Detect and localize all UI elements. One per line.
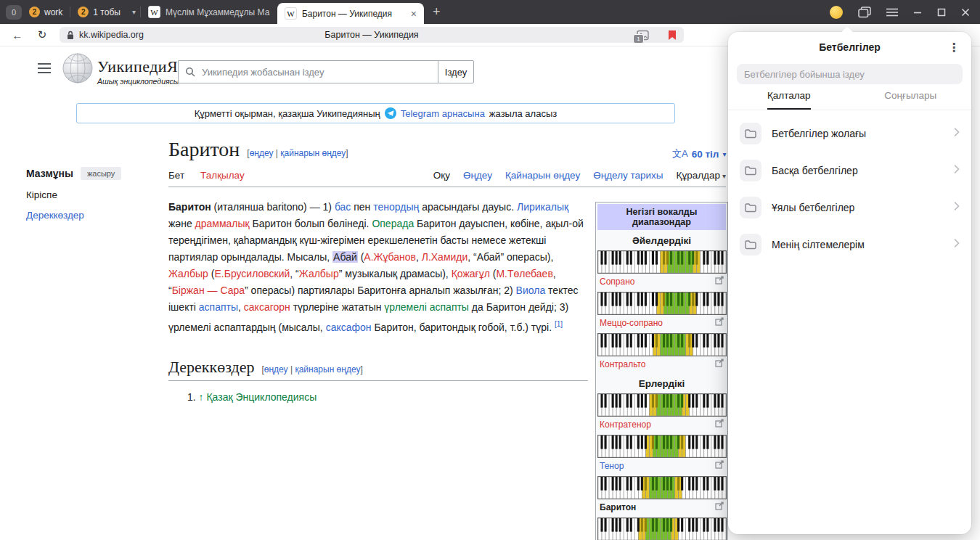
telegram-channel-link[interactable]: Telegram арнасына [401, 108, 485, 119]
tab-group-caret-icon[interactable]: ▾ [128, 8, 140, 16]
tab-edit[interactable]: Өңдеу [463, 170, 492, 181]
article-title: Баритон [168, 138, 240, 161]
expand-icon[interactable] [715, 317, 724, 328]
vocal-range-image[interactable] [597, 250, 727, 274]
text-link[interactable]: қайнарын өңдеу [280, 148, 346, 158]
bookmark-flag-icon[interactable] [668, 30, 677, 41]
text-link[interactable]: тенордың [373, 201, 419, 213]
vocal-range-image[interactable] [597, 518, 727, 540]
text-link[interactable]: Лирикалық [517, 201, 568, 213]
browser-tab-active[interactable]: W Баритон — Уикипедия × [277, 3, 424, 24]
chevron-down-icon: ▾ [722, 172, 726, 180]
toc-item-intro[interactable]: Кіріспе [26, 189, 158, 200]
bookmark-folder-item[interactable]: Ұялы бетбелгілер [728, 189, 971, 226]
text-link[interactable]: өңдеу [264, 364, 288, 375]
bookmarks-tabs: Қалталар Соңғылары [728, 90, 971, 110]
text-link[interactable]: Жалбыр [299, 268, 339, 279]
new-tab-button[interactable]: + [433, 4, 441, 20]
tab-group-work[interactable]: 2 work [22, 0, 70, 24]
vocal-range-image[interactable] [597, 292, 727, 315]
reference-backlink[interactable]: ↑ [199, 391, 204, 403]
expand-icon[interactable] [715, 359, 724, 369]
toc-title: Мазмұны [26, 168, 73, 179]
back-button[interactable]: ← [10, 29, 25, 41]
text-link[interactable]: А.Жұбанов [364, 251, 416, 263]
wiki-search-button[interactable]: Іздеу [438, 60, 474, 83]
reference-item: 1. ↑ Қазақ Энциклопедиясы [187, 391, 588, 403]
sitenotice-banner: Құрметті оқырман, қазақша Уикипедияның T… [76, 103, 675, 123]
text-link[interactable]: Л.Хамиди [422, 251, 468, 263]
tab-close-icon[interactable]: × [411, 8, 417, 20]
tab-read[interactable]: Оқу [433, 170, 450, 181]
text-link[interactable]: бас [335, 201, 351, 213]
text-link[interactable]: Е.Брусиловский [214, 268, 290, 279]
tab-group-label: 1 тобы [93, 7, 121, 17]
tab-history[interactable]: Өңделу тарихы [593, 170, 663, 181]
tab-recent[interactable]: Соңғылары [850, 90, 972, 110]
vocal-range-image[interactable] [597, 476, 727, 499]
toc-item-references[interactable]: Дереккөздер [26, 210, 158, 221]
window-close-button[interactable] [961, 8, 970, 17]
url-field[interactable]: kk.wikipedia.org Баритон — Уикипедия 1 [60, 27, 684, 43]
bookmarks-search-input[interactable] [737, 64, 963, 84]
expand-icon[interactable] [715, 276, 724, 287]
tab-article[interactable]: Бет [168, 170, 184, 181]
vocal-range-link[interactable]: Сопрано [600, 277, 635, 287]
window-minimize-button[interactable] [913, 8, 922, 17]
edit-links: [өңдеу | қайнарын өңдеу] [247, 148, 348, 158]
wikipedia-logo[interactable] [62, 53, 93, 86]
vocal-range-row: Сопрано [597, 249, 726, 290]
text-link[interactable]: Виола [516, 285, 546, 296]
reload-button[interactable]: ↻ [35, 28, 49, 41]
bookmark-folder-item[interactable]: Менің сілтемелерім [728, 226, 971, 263]
vocal-range-image[interactable] [597, 435, 727, 458]
vocal-range-link[interactable]: Меццо-сопрано [600, 318, 663, 328]
kebab-menu-icon[interactable]: ⋮ [948, 41, 960, 54]
language-selector[interactable]: 文A 60 тіл ▾ [672, 147, 726, 160]
wiki-search-input[interactable] [178, 60, 438, 83]
text-link[interactable]: Қожағұл [452, 268, 490, 279]
text-link[interactable]: М.Төлебаев [496, 268, 552, 279]
tab-talk[interactable]: Талқылау [200, 170, 245, 181]
site-domain: kk.wikipedia.org [79, 30, 144, 40]
text-link[interactable]: саксафон [326, 322, 372, 333]
text-link[interactable]: драммалық [195, 218, 250, 229]
browser-menu-icon[interactable] [886, 8, 898, 17]
window-maximize-button[interactable] [937, 8, 946, 17]
text-link[interactable]: өңдеу [250, 148, 274, 158]
text-link[interactable]: үрлемелі аспапты [384, 301, 469, 313]
tab-folders[interactable]: Қалталар [728, 90, 850, 110]
wiki-wordmark[interactable]: УикипедиЯ Ашық энциклопедиясы [97, 57, 179, 86]
expand-icon[interactable] [715, 460, 724, 471]
expand-icon[interactable] [715, 502, 724, 512]
toc-hide-button[interactable]: жасыру [81, 167, 121, 180]
tab-counter-chip[interactable]: 0 [6, 5, 22, 20]
vocal-range-link[interactable]: Контральто [600, 359, 646, 369]
tab-edit-source[interactable]: Қайнарын өңдеу [505, 170, 580, 181]
bookmark-folder-item[interactable]: Бетбелгілер жолағы [728, 115, 971, 152]
browser-tab-inactive[interactable]: W Мүслім Мұхаммедұлы Ма [141, 0, 277, 24]
text-link[interactable]: Жалбыр [168, 268, 208, 279]
tab-group-1-toby[interactable]: 2 1 тобы [70, 0, 128, 24]
side-panels-icon[interactable] [858, 7, 871, 18]
tab-tools[interactable]: Құралдар▾ [677, 170, 726, 181]
vocal-range-link[interactable]: Контратенор [600, 420, 651, 430]
expand-icon[interactable] [715, 419, 724, 430]
text-link[interactable]: Біржан — Сара [172, 285, 245, 296]
wiki-title: УикипедиЯ [97, 57, 179, 76]
text-link[interactable]: аспапты [199, 301, 238, 313]
reference-link[interactable]: Қазақ Энциклопедиясы [206, 391, 317, 403]
collections-icon[interactable]: 1 [637, 30, 649, 41]
bookmark-folder-item[interactable]: Басқа бетбелгілер [728, 152, 971, 189]
text-link[interactable]: Абай [332, 251, 358, 263]
vocal-range-image[interactable] [597, 333, 727, 356]
text-link[interactable]: [1] [555, 320, 563, 328]
wiki-subtitle: Ашық энциклопедиясы [97, 77, 179, 86]
text-link[interactable]: саксагорн [244, 301, 290, 313]
vocal-range-image[interactable] [597, 393, 727, 417]
profile-avatar[interactable] [830, 6, 843, 19]
vocal-range-link[interactable]: Тенор [600, 461, 624, 471]
wiki-menu-icon[interactable] [38, 63, 51, 76]
text-link[interactable]: қайнарын өңдеу [295, 364, 360, 375]
text-link[interactable]: Операда [372, 218, 414, 229]
